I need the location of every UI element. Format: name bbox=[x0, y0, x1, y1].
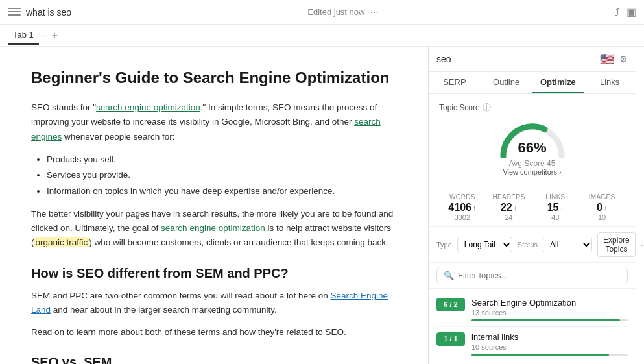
view-competitors-link[interactable]: View competitors › bbox=[503, 168, 561, 176]
tab-dots[interactable]: ··· bbox=[42, 31, 48, 40]
topic-score-label: Topic Score ⓘ bbox=[439, 102, 625, 114]
info-icon: ⓘ bbox=[483, 102, 491, 114]
topbar-right: ⤴ ▣ bbox=[615, 6, 636, 18]
filter-topics-input[interactable] bbox=[458, 271, 621, 280]
topic-info: internal links 10 sources bbox=[471, 332, 628, 356]
topic-bar-bg bbox=[471, 354, 628, 356]
topic-bar-bg bbox=[471, 319, 628, 321]
status-select[interactable]: All Used Unused bbox=[543, 237, 592, 252]
avg-score: Avg Score 45 bbox=[509, 159, 556, 168]
heading-sem-ppc: How is SEO different from SEM and PPC? bbox=[31, 266, 397, 281]
list-item-1: Products you sell. bbox=[47, 152, 397, 167]
topics-list: 6 / 2 Search Engine Optimization 13 sour… bbox=[429, 289, 636, 364]
tab-outline[interactable]: Outline bbox=[481, 72, 532, 93]
list-item: 6 / 2 Search Engine Optimization 13 sour… bbox=[436, 293, 628, 327]
search-row: seo bbox=[436, 54, 451, 64]
list-item: 1 / 1 search queries 8 sources bbox=[436, 361, 628, 364]
list-item-2: Services you provide. bbox=[47, 167, 397, 183]
explore-topics-button[interactable]: Explore Topics bbox=[597, 232, 636, 257]
right-panel: seo 🇺🇸 ⚙ SERP Outline Optimize Links Top… bbox=[428, 47, 636, 364]
tab-links[interactable]: Links bbox=[584, 72, 636, 93]
topic-info: Search Engine Optimization 13 sources bbox=[471, 298, 628, 321]
images-sub: 10 bbox=[598, 213, 606, 221]
panel-header: seo 🇺🇸 ⚙ bbox=[429, 47, 636, 72]
topic-name: internal links bbox=[471, 332, 628, 342]
filter-more-icon[interactable]: ··· bbox=[641, 239, 644, 250]
links-value: 15 bbox=[547, 202, 559, 213]
tabs-bar: Tab 1 ··· + bbox=[0, 25, 644, 47]
chevron-right-icon: › bbox=[559, 168, 562, 176]
headers-sub: 24 bbox=[505, 213, 513, 221]
images-trend-icon: ↓ bbox=[604, 204, 608, 212]
topic-sources: 13 sources bbox=[471, 309, 628, 317]
stats-row: WORDS 4106 ↑ 3302 HEADERS 22 ↓ 24 LINKS … bbox=[429, 188, 636, 227]
gauge-visual: 66% bbox=[497, 119, 568, 158]
images-value: 0 bbox=[597, 202, 602, 213]
filter-row: Type Long Tail Short Tail Status All Use… bbox=[429, 227, 636, 263]
tab-optimize[interactable]: Optimize bbox=[532, 72, 584, 93]
settings-icon[interactable]: ⚙ bbox=[619, 54, 628, 64]
topic-sources: 10 sources bbox=[471, 343, 628, 351]
tab-serp[interactable]: SERP bbox=[429, 72, 481, 93]
gauge-container: 66% Avg Score 45 View competitors › bbox=[439, 119, 625, 176]
doc-title: what is seo bbox=[26, 7, 71, 18]
topic-bar-fill bbox=[471, 319, 620, 321]
search-icon: 🔍 bbox=[444, 271, 454, 280]
share-icon[interactable]: ⤴ bbox=[615, 6, 620, 18]
stat-links: LINKS 15 ↓ 43 bbox=[532, 193, 579, 221]
main-content: Beginner's Guide to Search Engine Optimi… bbox=[0, 47, 644, 364]
link-search-engines[interactable]: search engines bbox=[31, 117, 381, 141]
doc-heading: Beginner's Guide to Search Engine Optimi… bbox=[31, 67, 397, 88]
topbar-left: what is seo bbox=[8, 7, 71, 18]
topbar: what is seo Edited just now ··· ⤴ ▣ bbox=[0, 0, 644, 25]
para-read-on: Read on to learn more about both of thes… bbox=[31, 325, 397, 339]
headers-trend-icon: ↓ bbox=[514, 204, 518, 212]
link-seo[interactable]: search engine optimization bbox=[96, 103, 200, 112]
editor-area: Beginner's Guide to Search Engine Optimi… bbox=[0, 47, 428, 364]
words-sub: 3302 bbox=[455, 213, 470, 221]
headers-value: 22 bbox=[501, 202, 512, 213]
edit-status: Edited just now bbox=[307, 7, 364, 17]
link-seo-goal[interactable]: search engine optimization bbox=[161, 223, 265, 233]
stat-images: IMAGES 0 ↓ 10 bbox=[578, 193, 625, 221]
stat-words: WORDS 4106 ↑ 3302 bbox=[439, 193, 486, 221]
sidebar-toggle-icon[interactable] bbox=[8, 8, 21, 17]
para-sem-ppc: SEM and PPC are two other common terms y… bbox=[31, 289, 397, 318]
words-trend-icon: ↑ bbox=[473, 204, 477, 212]
topics-search: 🔍 bbox=[429, 263, 636, 289]
links-sub: 43 bbox=[551, 213, 559, 221]
words-value: 4106 bbox=[448, 202, 471, 213]
flag-icon: 🇺🇸 bbox=[600, 52, 614, 66]
para-seo-def: SEO stands for "search engine optimizati… bbox=[31, 101, 397, 144]
topic-score-section: Topic Score ⓘ 66% Avg Score 45 View comp… bbox=[429, 94, 636, 188]
topic-name: Search Engine Optimization bbox=[471, 298, 628, 308]
view-icon[interactable]: ▣ bbox=[626, 6, 636, 18]
list-item-3: Information on topics in which you have … bbox=[47, 184, 397, 199]
gauge-score: 66% bbox=[518, 140, 546, 156]
list-items: Products you sell. Services you provide.… bbox=[47, 152, 397, 199]
more-options-icon[interactable]: ··· bbox=[370, 6, 378, 18]
stat-headers: HEADERS 22 ↓ 24 bbox=[486, 193, 532, 221]
topic-badge: 1 / 1 bbox=[436, 332, 465, 346]
list-item: 1 / 1 internal links 10 sources bbox=[436, 327, 628, 361]
panel-tabs: SERP Outline Optimize Links bbox=[429, 72, 636, 94]
para-visibility: The better visibility your pages have in… bbox=[31, 207, 397, 250]
topic-badge: 6 / 2 bbox=[436, 298, 465, 311]
search-input-wrap: 🔍 bbox=[436, 267, 628, 284]
topbar-center: Edited just now ··· bbox=[307, 6, 379, 18]
heading-seo-vs-sem: SEO vs. SEM bbox=[31, 355, 397, 364]
tab-add-button[interactable]: + bbox=[52, 30, 58, 42]
highlight-organic-traffic: organic traffic bbox=[34, 237, 89, 247]
links-trend-icon: ↓ bbox=[560, 204, 564, 212]
link-sel[interactable]: Search Engine Land bbox=[31, 291, 388, 315]
type-select[interactable]: Long Tail Short Tail bbox=[457, 237, 512, 252]
search-query: seo bbox=[436, 54, 451, 64]
tab-1[interactable]: Tab 1 bbox=[8, 26, 39, 45]
topic-bar-fill bbox=[471, 354, 609, 356]
